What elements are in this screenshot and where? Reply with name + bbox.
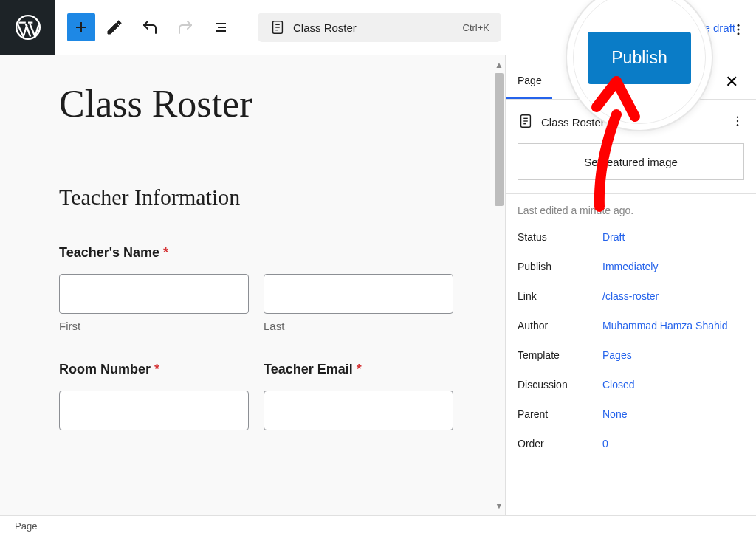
- editor-canvas[interactable]: Class Roster Teacher Information Teacher…: [0, 55, 505, 515]
- meta-parent-key: Parent: [518, 408, 602, 420]
- list-view-button[interactable]: [205, 11, 237, 44]
- editor-scrollbar[interactable]: ▲ ▼: [495, 55, 504, 515]
- meta-template-key: Template: [518, 349, 602, 361]
- teacher-email-label: Teacher Email *: [264, 362, 453, 377]
- close-sidebar-button[interactable]: ✕: [719, 68, 744, 96]
- options-menu-button[interactable]: [726, 18, 750, 41]
- document-selector[interactable]: Class Roster Ctrl+K: [258, 13, 501, 42]
- block-options-button[interactable]: [731, 114, 744, 131]
- page-title[interactable]: Class Roster: [59, 82, 453, 126]
- editor-footer: Page: [0, 515, 756, 536]
- page-meta: StatusDraft PublishImmediately Link/clas…: [506, 216, 756, 464]
- first-sublabel: First: [59, 320, 249, 332]
- sidebar-doc-title: Class Roster: [541, 116, 605, 128]
- meta-discussion-key: Discussion: [518, 379, 602, 391]
- toolbar-buttons: [55, 11, 237, 44]
- meta-template-value[interactable]: Pages: [602, 349, 632, 361]
- meta-link-value[interactable]: /class-roster: [602, 290, 659, 302]
- meta-order-key: Order: [518, 438, 602, 450]
- meta-status-key: Status: [518, 231, 602, 243]
- meta-status-value[interactable]: Draft: [602, 231, 625, 243]
- svg-point-19: [737, 124, 738, 126]
- tab-page[interactable]: Page: [506, 64, 552, 99]
- svg-point-11: [738, 29, 740, 31]
- meta-link-key: Link: [518, 290, 602, 302]
- teacher-email-input[interactable]: [264, 391, 453, 430]
- last-edited-text: Last edited a minute ago.: [506, 194, 756, 216]
- wordpress-logo[interactable]: [0, 0, 55, 55]
- set-featured-image-button[interactable]: Set featured image: [518, 143, 744, 180]
- footer-breadcrumb[interactable]: Page: [15, 520, 37, 532]
- section-heading[interactable]: Teacher Information: [59, 185, 453, 210]
- svg-point-17: [737, 116, 738, 117]
- keyboard-shortcut: Ctrl+K: [463, 22, 489, 33]
- last-sublabel: Last: [264, 320, 453, 332]
- meta-discussion-value[interactable]: Closed: [602, 379, 635, 391]
- meta-parent-value[interactable]: None: [602, 408, 627, 420]
- undo-button[interactable]: [134, 11, 166, 44]
- scroll-thumb[interactable]: [495, 73, 504, 206]
- teacher-name-label: Teacher's Name *: [59, 245, 453, 261]
- scroll-down-icon[interactable]: ▼: [495, 501, 504, 511]
- first-name-input[interactable]: [59, 274, 249, 314]
- svg-point-10: [738, 24, 740, 27]
- room-number-input[interactable]: [59, 391, 249, 430]
- document-title: Class Roster: [293, 21, 357, 34]
- svg-point-18: [737, 120, 738, 121]
- publish-button[interactable]: Publish: [588, 32, 690, 84]
- redo-button: [169, 11, 202, 44]
- meta-author-value[interactable]: Muhammad Hamza Shahid: [602, 320, 728, 331]
- page-icon: [518, 113, 534, 131]
- svg-point-12: [738, 32, 740, 35]
- meta-publish-value[interactable]: Immediately: [602, 261, 658, 272]
- room-number-label: Room Number *: [59, 362, 249, 377]
- meta-publish-key: Publish: [518, 261, 602, 272]
- scroll-up-icon[interactable]: ▲: [495, 60, 504, 70]
- edit-tool-button[interactable]: [98, 11, 131, 44]
- meta-order-value[interactable]: 0: [602, 438, 608, 450]
- add-block-button[interactable]: [67, 13, 95, 41]
- meta-author-key: Author: [518, 320, 602, 331]
- last-name-input[interactable]: [264, 274, 453, 314]
